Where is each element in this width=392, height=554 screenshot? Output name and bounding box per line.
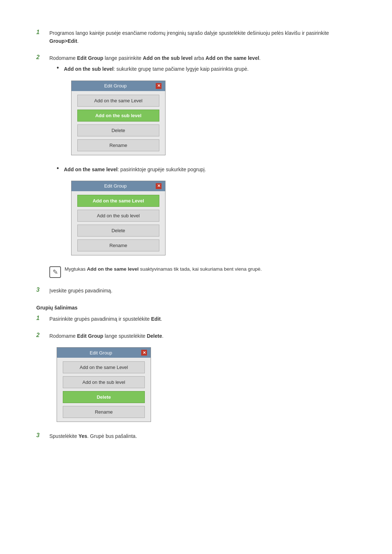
list-item-2: 2 Rodomame Edit Group lange pasirinkite …	[36, 54, 356, 281]
s2-list-item-2: 2 Rodomame Edit Group lange spustelėkite…	[36, 332, 356, 426]
dialog-1-title-bar: Edit Group ✕	[72, 81, 165, 91]
item-1-text: Programos lango kairėje pusėje esančiame…	[49, 29, 356, 45]
dialog-1-wrapper: Edit Group ✕ Add on the same Level Add o…	[71, 81, 166, 155]
bullet-1-text: Add on the sub level: sukurkite grupę ta…	[64, 65, 356, 73]
note-text: Mygtukas Add on the same level suaktyvin…	[65, 266, 356, 273]
item-2-content: Rodomame Edit Group lange pasirinkite Ad…	[49, 54, 356, 281]
list-item-3: 3 Įveskite grupės pavadinimą.	[36, 287, 356, 297]
bullet-list: • Add on the sub level: sukurkite grupę …	[57, 65, 356, 260]
bullet-item-1: • Add on the sub level: sukurkite grupę …	[57, 65, 356, 159]
dialog-2-btn-3[interactable]: Delete	[77, 225, 159, 237]
dialog-3: Edit Group ✕ Add on the same Level Add o…	[57, 347, 151, 422]
dialog-2-btn-1[interactable]: Add on the same Level	[77, 195, 159, 207]
dialog-2-title-text: Edit Group	[75, 183, 156, 189]
s2-item-number-1: 1	[36, 315, 49, 321]
dialog-3-wrapper: Edit Group ✕ Add on the same Level Add o…	[57, 347, 151, 422]
s2-item-number-2: 2	[36, 332, 49, 338]
s2-item-2-content: Rodomame Edit Group lange spustelėkite D…	[49, 332, 356, 426]
dialog-3-btn-3[interactable]: Delete	[63, 391, 145, 403]
dialog-2-title-bar: Edit Group ✕	[72, 181, 165, 191]
note-box: ✎ Mygtukas Add on the same level suaktyv…	[49, 266, 356, 278]
item-3-content: Įveskite grupės pavadinimą.	[49, 287, 356, 297]
bullet-2-content: Add on the same level: pasirinktoje grup…	[64, 165, 356, 260]
note-icon: ✎	[49, 266, 61, 278]
dialog-1-title-text: Edit Group	[75, 83, 156, 89]
dialog-3-title-text: Edit Group	[61, 350, 141, 356]
bullet-dot-2: •	[57, 165, 64, 172]
dialog-1-btn-3[interactable]: Delete	[77, 124, 159, 136]
dialog-3-body: Add on the same Level Add on the sub lev…	[57, 358, 151, 422]
dialog-2-body: Add on the same Level Add on the sub lev…	[72, 191, 165, 255]
s2-item-1-text: Pasirinkite grupės pavadinimą ir spustel…	[49, 315, 356, 323]
s2-list-item-3: 3 Spustelėkite Yes. Grupė bus pašalinta.	[36, 432, 356, 443]
main-numbered-list: 1 Programos lango kairėje pusėje esančia…	[36, 29, 356, 297]
item-3-text: Įveskite grupės pavadinimą.	[49, 287, 356, 295]
dialog-1-btn-1[interactable]: Add on the same Level	[77, 95, 159, 107]
item-1-content: Programos lango kairėje pusėje esančiame…	[49, 29, 356, 48]
s2-item-3-content: Spustelėkite Yes. Grupė bus pašalinta.	[49, 432, 356, 443]
s2-item-3-text: Spustelėkite Yes. Grupė bus pašalinta.	[49, 432, 356, 440]
page-content: 1 Programos lango kairėje pusėje esančia…	[36, 29, 356, 443]
dialog-3-btn-2[interactable]: Add on the sub level	[63, 376, 145, 388]
s2-list-item-1: 1 Pasirinkite grupės pavadinimą ir spust…	[36, 315, 356, 326]
dialog-2-btn-2[interactable]: Add on the sub level	[77, 210, 159, 222]
dialog-2: Edit Group ✕ Add on the same Level Add o…	[71, 181, 166, 255]
bullet-item-2: • Add on the same level: pasirinktoje gr…	[57, 165, 356, 260]
bullet-1-content: Add on the sub level: sukurkite grupę ta…	[64, 65, 356, 159]
dialog-3-btn-4[interactable]: Rename	[63, 406, 145, 418]
dialog-1-btn-4[interactable]: Rename	[77, 139, 159, 151]
item-number-1: 1	[36, 29, 49, 36]
dialog-1: Edit Group ✕ Add on the same Level Add o…	[71, 81, 166, 155]
section2-numbered-list: 1 Pasirinkite grupės pavadinimą ir spust…	[36, 315, 356, 443]
s2-item-number-3: 3	[36, 432, 49, 439]
bullet-dot-1: •	[57, 64, 64, 72]
bullet-2-text: Add on the same level: pasirinktoje grup…	[64, 165, 356, 173]
s2-item-1-content: Pasirinkite grupės pavadinimą ir spustel…	[49, 315, 356, 326]
dialog-2-close-button[interactable]: ✕	[156, 183, 162, 189]
dialog-3-title-bar: Edit Group ✕	[57, 348, 151, 358]
dialog-2-btn-4[interactable]: Rename	[77, 239, 159, 251]
dialog-2-wrapper: Edit Group ✕ Add on the same Level Add o…	[71, 181, 166, 255]
list-item-1: 1 Programos lango kairėje pusėje esančia…	[36, 29, 356, 48]
dialog-1-close-button[interactable]: ✕	[156, 83, 162, 89]
s2-item-2-text: Rodomame Edit Group lange spustelėkite D…	[49, 332, 356, 340]
item-2-text: Rodomame Edit Group lange pasirinkite Ad…	[49, 54, 356, 62]
dialog-3-btn-1[interactable]: Add on the same Level	[63, 361, 145, 373]
dialog-1-btn-2[interactable]: Add on the sub level	[77, 110, 159, 122]
dialog-3-close-button[interactable]: ✕	[141, 350, 147, 356]
item-number-2: 2	[36, 54, 49, 61]
item-number-3: 3	[36, 287, 49, 293]
section-2-heading: Grupių šalinimas	[36, 305, 356, 311]
dialog-1-body: Add on the same Level Add on the sub lev…	[72, 91, 165, 155]
